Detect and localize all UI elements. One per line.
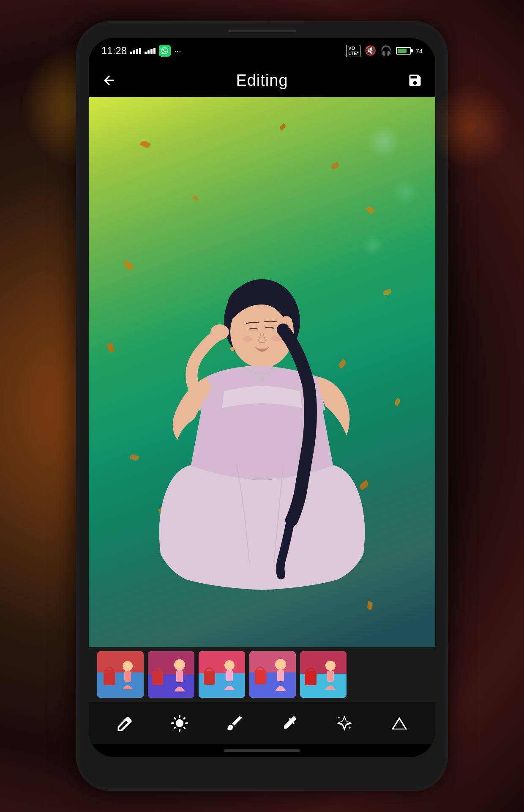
page-title: Editing [236,71,288,90]
svg-point-4 [260,377,264,381]
brush-icon [225,714,244,732]
headphone-icon: 🎧 [380,45,392,56]
thumbnail-4[interactable] [249,651,296,698]
signal-bar2-4 [153,48,156,54]
battery-percentage: 74 [415,47,423,55]
svg-rect-27 [277,670,284,681]
shape-button[interactable] [385,708,414,738]
battery-icon [396,47,411,55]
shape-icon [390,714,409,732]
eraser-button[interactable] [110,708,139,738]
thumbnail-2[interactable] [148,651,194,698]
svg-rect-22 [226,670,233,681]
svg-rect-30 [305,671,317,685]
signal-bar2-1 [145,52,147,54]
status-time: 11:28 [101,45,127,57]
svg-point-6 [272,335,282,341]
svg-rect-25 [255,670,266,684]
save-button[interactable] [407,73,423,88]
sparkle-icon [335,714,354,732]
thumbnails-strip [89,647,435,702]
phone-screen: 11:28 ··· VOLTE⁴ [89,38,435,757]
eraser-icon [115,714,134,732]
thumbnail-5[interactable] [300,651,347,698]
back-button[interactable] [101,73,117,88]
signal-bars [130,48,141,54]
svg-rect-32 [327,671,334,682]
brightness-icon [170,714,189,732]
svg-point-31 [325,661,336,671]
thumbnail-3-inner [199,651,245,698]
signal-bar-3 [136,49,138,54]
signal-bar2-3 [150,49,153,54]
status-left: 11:28 ··· [101,45,181,57]
svg-point-21 [224,660,235,670]
dropper-icon [280,714,299,732]
svg-rect-20 [204,671,215,685]
app-header: Editing [89,63,435,97]
thumbnail-3[interactable] [199,651,245,698]
bottom-toolbar [89,702,435,744]
dropper-button[interactable] [275,708,304,738]
sparkle-button[interactable] [330,708,359,738]
brightness-button[interactable] [165,708,194,738]
home-indicator [224,749,300,752]
thumbnail-5-inner [300,651,347,698]
svg-point-7 [230,347,235,351]
brush-button[interactable] [220,708,249,738]
svg-point-26 [275,659,286,670]
svg-rect-15 [152,672,163,685]
signal-bar-2 [133,50,135,54]
signal-bars-2 [145,48,156,54]
dots-indicator: ··· [174,46,181,56]
mute-icon: 🔇 [365,45,376,56]
thumbnail-2-inner [148,651,194,698]
svg-rect-10 [104,670,115,685]
svg-rect-12 [124,671,131,682]
svg-point-5 [242,336,252,342]
woman-figure-svg [89,97,435,647]
status-bar: 11:28 ··· VOLTE⁴ [89,38,435,63]
thumbnail-4-inner [249,651,296,698]
main-image [89,97,435,647]
battery-fill [398,49,407,53]
status-right: VOLTE⁴ 🔇 🎧 74 [346,45,423,57]
signal-bar-4 [139,48,141,54]
phone-frame: 11:28 ··· VOLTE⁴ [76,21,448,791]
thumbnail-1-inner [97,651,144,698]
thumbnail-1[interactable] [97,651,144,698]
svg-point-11 [123,661,133,671]
signal-bar-1 [130,52,132,54]
svg-point-3 [210,324,229,340]
phone-speaker [228,30,296,32]
signal-bar2-2 [147,50,150,54]
svg-rect-17 [176,670,183,682]
volte-badge: VOLTE⁴ [346,45,360,57]
whatsapp-icon [159,45,171,57]
svg-point-16 [174,659,185,670]
